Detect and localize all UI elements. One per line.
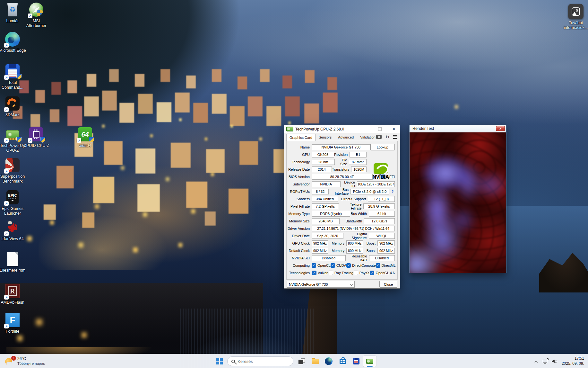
boost-clock-value[interactable]: 902 MHz (377, 240, 395, 246)
desktop-icon-cpuz[interactable]: ↗ CPUID CPU-Z (23, 127, 50, 148)
weather-badge: 4 (11, 356, 16, 361)
rops-value[interactable]: 8 / 32 (312, 189, 329, 194)
task-view-button[interactable] (295, 355, 308, 367)
gpu-clock-value[interactable]: 902 MHz (312, 240, 328, 246)
memory-type-value[interactable]: DDR3 (Hynix) (312, 211, 350, 217)
shortcut-arrow-icon: ↗ (28, 138, 32, 143)
file-explorer-button[interactable] (309, 355, 322, 367)
technology-value[interactable]: 28 nm (312, 159, 335, 165)
total-commander-taskbar-button[interactable] (350, 355, 363, 367)
device-id-value[interactable]: 10DE 1287 - 10DE 1287 (357, 181, 395, 187)
release-date-value[interactable]: 2014 (312, 166, 332, 172)
gpuz-taskbar-button[interactable] (363, 355, 377, 367)
search-input[interactable] (238, 359, 282, 364)
taskbar-weather-widget[interactable]: 4 26°C Többnyire napos (3, 355, 47, 367)
bios-value[interactable]: 80.28.78.00.4E (312, 174, 373, 180)
speaker-icon[interactable] (552, 359, 558, 364)
desktop-icon-aida64[interactable]: 64 ↗ aida64 (72, 127, 99, 148)
directcompute-checkbox[interactable] (346, 263, 351, 268)
gpuz-close-button[interactable]: Close (379, 281, 397, 288)
bus-interface-value[interactable]: PCIe x8 2.0 @ x8 2.0 (350, 189, 389, 194)
bios-export-icon[interactable] (375, 174, 381, 179)
maximize-button[interactable] (374, 125, 386, 133)
bandwidth-value[interactable]: 12.8 GB/s (364, 218, 395, 224)
network-icon[interactable] (543, 359, 549, 364)
uac-shield-icon (16, 137, 22, 143)
memory-clock-value[interactable]: 800 MHz (346, 240, 363, 246)
refresh-icon[interactable]: ↻ (385, 135, 389, 139)
bus-width-value[interactable]: 64 bit (369, 211, 395, 217)
card-select-dropdown[interactable]: NVIDIA GeForce GT 730 (287, 281, 355, 288)
desktop: ♻ Lomtár ↗ MSI Afterburner ↗ Microsoft E… (0, 0, 588, 368)
render-test-titlebar[interactable]: Render Test x (410, 125, 506, 132)
tab-validation[interactable]: Validation (357, 134, 379, 141)
desktop-icon-ellesmere-rom[interactable]: Ellesmere.rom (0, 251, 26, 273)
tab-sensors[interactable]: Sensors (316, 134, 335, 141)
vulkan-checkbox[interactable] (312, 271, 316, 275)
task-view-icon (298, 358, 305, 364)
tab-graphics-card[interactable]: Graphics Card (286, 134, 316, 141)
render-test-window: Render Test x (409, 125, 506, 273)
revision-value[interactable]: B1 (350, 152, 367, 157)
opencl-checkbox[interactable] (312, 263, 316, 268)
lookup-button[interactable]: Lookup (370, 144, 395, 150)
memory-size-value[interactable]: 2048 MB (312, 218, 340, 224)
physx-checkbox[interactable] (354, 271, 358, 275)
gpu-value[interactable]: GK208 (312, 152, 334, 157)
opengl-checkbox[interactable] (370, 271, 374, 275)
store-taskbar-button[interactable] (336, 355, 349, 367)
desktop-icon-3dmark[interactable]: ↗ 3DMark (0, 96, 26, 117)
taskbar: 4 26°C Többnyire napos (0, 354, 588, 368)
shortcut-arrow-icon: ↗ (28, 13, 32, 18)
minimize-button[interactable] (359, 125, 372, 133)
desktop-icon-gpuz[interactable]: ↗ TechPowerUp GPU-Z (0, 127, 26, 153)
edge-taskbar-button[interactable] (322, 355, 335, 367)
tray-clock[interactable]: 17:51 2025. 09. 09. (562, 356, 584, 366)
close-button[interactable]: ✕ (388, 125, 400, 133)
gpuz-titlebar[interactable]: TechPowerUp GPU-Z 2.68.0 ✕ (284, 125, 400, 133)
desktop-icon-amdvbflash[interactable]: R ↗ AMDVbFlash (0, 283, 26, 305)
directx-value[interactable]: 12 (11_0) (368, 196, 395, 202)
desktop-icon-fortnite[interactable]: F ↗ Fortnite (0, 312, 26, 334)
subvendor-value[interactable]: NVIDIA (312, 181, 341, 187)
desktop-icon-more-information[interactable]: További információk... (562, 4, 588, 30)
row-sli: NVIDIA SLI Disabled Resizable BAR Disabl… (287, 254, 397, 262)
name-value[interactable]: NVIDIA GeForce GT 730 (312, 144, 370, 150)
default-clock-value[interactable]: 902 MHz (312, 248, 328, 254)
raytracing-checkbox[interactable] (329, 271, 333, 275)
shaders-value[interactable]: 384 Unified (312, 196, 338, 202)
render-test-canvas (410, 132, 506, 273)
taskbar-search[interactable] (227, 356, 293, 366)
transistors-value[interactable]: 1020M (351, 166, 367, 172)
tab-advanced[interactable]: Advanced (335, 134, 357, 141)
desktop-icon-irfanview[interactable]: ↗ IrfanView 64 (0, 220, 26, 241)
desktop-icon-superposition[interactable]: ↗ Superposition Benchmark (0, 157, 26, 184)
desktop-icon-total-commander[interactable]: ↗ Total Command... (0, 64, 26, 90)
directml-checkbox[interactable] (376, 263, 380, 268)
tray-overflow-button[interactable] (532, 355, 540, 367)
menu-icon[interactable] (393, 135, 397, 139)
die-size-value[interactable]: 87 mm² (349, 159, 367, 165)
desktop-icon-microsoft-edge[interactable]: ↗ Microsoft Edge (0, 31, 26, 53)
texture-fillrate-value[interactable]: 28.9 GTexel/s (363, 203, 395, 209)
resizable-bar-value[interactable]: Disabled (369, 255, 395, 261)
folder-icon (312, 359, 319, 364)
cuda-checkbox[interactable] (331, 263, 335, 268)
digital-signature-value[interactable]: WHQL (369, 233, 395, 239)
bus-help-button[interactable]: ? (390, 190, 395, 193)
driver-version-value[interactable]: 27.21.14.5671 (NVIDIA 456.71) DCH / Win1… (312, 226, 395, 231)
default-memory-clock-value[interactable]: 800 MHz (346, 248, 363, 254)
uac-shield-icon (89, 137, 94, 143)
desktop-icon-recycle-bin[interactable]: ♻ Lomtár (0, 2, 26, 23)
sli-value[interactable]: Disabled (312, 255, 346, 261)
default-boost-clock-value[interactable]: 902 MHz (377, 248, 395, 254)
start-button[interactable] (213, 355, 226, 367)
clock-time: 17:51 (562, 356, 584, 361)
desktop-icon-msi-afterburner[interactable]: ↗ MSI Afterburner (23, 2, 50, 28)
pixel-fillrate-value[interactable]: 7.2 GPixel/s (312, 203, 339, 209)
render-test-close-button[interactable]: x (496, 126, 505, 131)
screenshot-camera-icon[interactable] (376, 135, 382, 139)
desktop-icon-epic-games[interactable]: EPIC GAMES ↗ Epic Games Launcher (0, 190, 26, 216)
gpuz-icon (366, 359, 373, 364)
driver-date-value[interactable]: Sep 30, 2020 (312, 233, 343, 239)
